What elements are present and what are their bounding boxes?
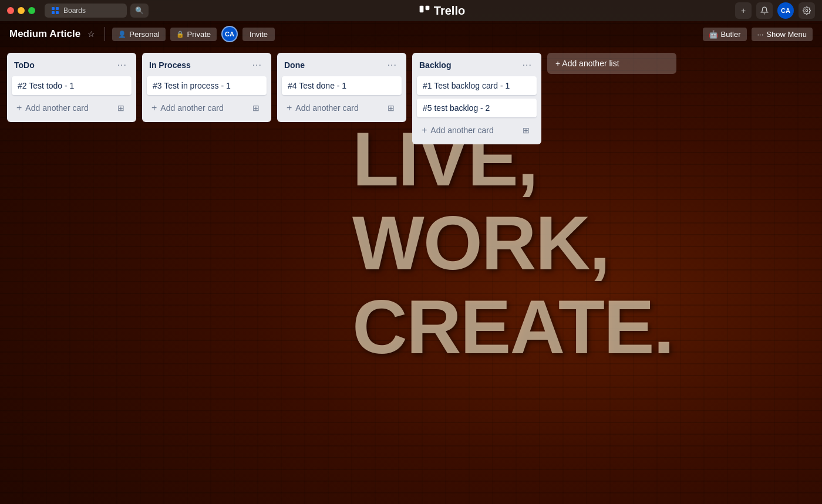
- plus-icon: +: [422, 125, 427, 136]
- card-text-c1: #1 Test backlog card - 1: [423, 81, 510, 90]
- add-card-label-backlog: Add another card: [430, 126, 493, 135]
- person-icon: 👤: [118, 31, 126, 38]
- show-menu-button[interactable]: ··· Show Menu: [752, 28, 813, 41]
- show-menu-label: Show Menu: [766, 30, 807, 39]
- list-inprocess: In Process···#3 Test in process - 1✎+Add…: [142, 53, 271, 122]
- svg-rect-4: [419, 6, 423, 13]
- svg-point-6: [806, 9, 808, 12]
- add-card-label-todo: Add another card: [25, 103, 88, 113]
- butler-button[interactable]: 🤖 Butler: [703, 28, 747, 41]
- privacy-label: Private: [187, 30, 211, 39]
- trello-logo: Trello: [419, 4, 465, 18]
- list-todo: ToDo···#2 Test todo - 1✎+Add another car…: [7, 53, 136, 122]
- list-menu-button-backlog[interactable]: ···: [520, 59, 534, 72]
- add-card-button-inprocess[interactable]: +Add another card⊞: [147, 99, 267, 117]
- card-c4[interactable]: #4 Test done - 1✎: [282, 76, 402, 95]
- maximize-button[interactable]: [28, 7, 35, 14]
- list-title-todo: ToDo: [14, 60, 115, 70]
- butler-icon: 🤖: [709, 30, 718, 39]
- browser-tab[interactable]: Boards: [45, 4, 127, 18]
- titlebar: Boards 🔍 Trello + CA: [0, 0, 822, 21]
- minimize-button[interactable]: [18, 7, 25, 14]
- add-card-label-done: Add another card: [295, 103, 358, 113]
- browser-tab-area: Boards 🔍: [45, 4, 149, 18]
- menu-dots-icon: ···: [757, 30, 764, 39]
- toolbar-divider: [105, 27, 105, 41]
- plus-icon: +: [16, 103, 22, 113]
- svg-rect-1: [56, 7, 59, 10]
- notification-icon[interactable]: [756, 2, 773, 19]
- add-card-button-todo[interactable]: +Add another card⊞: [12, 99, 132, 117]
- board-toolbar: Medium Article ☆ 👤 Personal 🔒 Private CA…: [0, 21, 822, 47]
- list-header-inprocess: In Process···: [147, 57, 267, 73]
- butler-label: Butler: [721, 30, 741, 39]
- list-title-backlog: Backlog: [419, 60, 520, 70]
- member-avatar[interactable]: CA: [221, 26, 238, 42]
- visibility-label: Personal: [129, 30, 159, 39]
- titlebar-right: + CA: [735, 2, 815, 19]
- add-card-label-inprocess: Add another card: [160, 103, 223, 113]
- card-c3[interactable]: #3 Test in process - 1✎: [147, 76, 267, 95]
- user-avatar[interactable]: CA: [777, 2, 794, 19]
- lock-icon: 🔒: [176, 31, 184, 38]
- svg-rect-5: [425, 6, 429, 11]
- new-button[interactable]: +: [735, 2, 752, 19]
- card-text-c3: #3 Test in process - 1: [153, 81, 231, 90]
- card-template-button-todo[interactable]: ⊞: [115, 102, 127, 114]
- add-card-left: +Add another card: [287, 103, 359, 113]
- gear-icon[interactable]: [799, 2, 815, 19]
- tab-label: Boards: [63, 6, 121, 15]
- invite-button[interactable]: Invite: [242, 28, 275, 41]
- card-template-button-done[interactable]: ⊞: [385, 102, 397, 114]
- tab-icon: [50, 6, 60, 15]
- plus-icon: +: [287, 103, 292, 113]
- list-backlog: Backlog···#1 Test backlog card - 1✎#5 te…: [412, 53, 541, 144]
- visibility-chip[interactable]: 👤 Personal: [112, 28, 165, 41]
- list-header-todo: ToDo···: [12, 57, 132, 73]
- board-content: ToDo···#2 Test todo - 1✎+Add another car…: [0, 47, 822, 150]
- list-done: Done···#4 Test done - 1✎+Add another car…: [277, 53, 406, 122]
- svg-rect-2: [52, 11, 55, 14]
- list-title-inprocess: In Process: [149, 60, 250, 70]
- card-c5[interactable]: #5 test backlog - 2✎: [417, 99, 537, 117]
- add-card-left: +Add another card: [16, 103, 89, 113]
- list-menu-button-done[interactable]: ···: [385, 59, 399, 72]
- traffic-lights: [7, 7, 35, 14]
- trello-logo-text: Trello: [434, 4, 465, 18]
- card-text-c5: #5 test backlog - 2: [423, 103, 490, 113]
- svg-rect-3: [56, 11, 59, 14]
- list-header-backlog: Backlog···: [417, 57, 537, 73]
- list-menu-button-todo[interactable]: ···: [115, 59, 129, 72]
- close-button[interactable]: [7, 7, 14, 14]
- card-c1[interactable]: #1 Test backlog card - 1✎: [417, 76, 537, 95]
- svg-rect-0: [52, 7, 55, 10]
- card-template-button-inprocess[interactable]: ⊞: [250, 102, 262, 114]
- titlebar-center: Trello: [153, 4, 730, 18]
- list-menu-button-inprocess[interactable]: ···: [250, 59, 264, 72]
- list-title-done: Done: [284, 60, 385, 70]
- add-card-left: +Add another card: [422, 125, 494, 136]
- url-bar[interactable]: 🔍: [130, 4, 149, 18]
- card-c2[interactable]: #2 Test todo - 1✎: [12, 76, 132, 95]
- add-card-left: +Add another card: [151, 103, 224, 113]
- plus-icon: +: [151, 103, 157, 113]
- card-text-c2: #2 Test todo - 1: [18, 81, 74, 90]
- card-text-c4: #4 Test done - 1: [288, 81, 346, 90]
- privacy-chip[interactable]: 🔒 Private: [170, 28, 217, 41]
- board-title[interactable]: Medium Article: [9, 28, 80, 40]
- search-icon: 🔍: [135, 6, 144, 15]
- list-header-done: Done···: [282, 57, 402, 73]
- add-card-button-backlog[interactable]: +Add another card⊞: [417, 121, 537, 140]
- card-template-button-backlog[interactable]: ⊞: [520, 124, 532, 136]
- add-list-button[interactable]: + Add another list: [547, 53, 676, 74]
- add-card-button-done[interactable]: +Add another card⊞: [282, 99, 402, 117]
- star-button[interactable]: ☆: [85, 28, 97, 40]
- wall-text: LIVE,WORK,CREATE.: [352, 117, 763, 369]
